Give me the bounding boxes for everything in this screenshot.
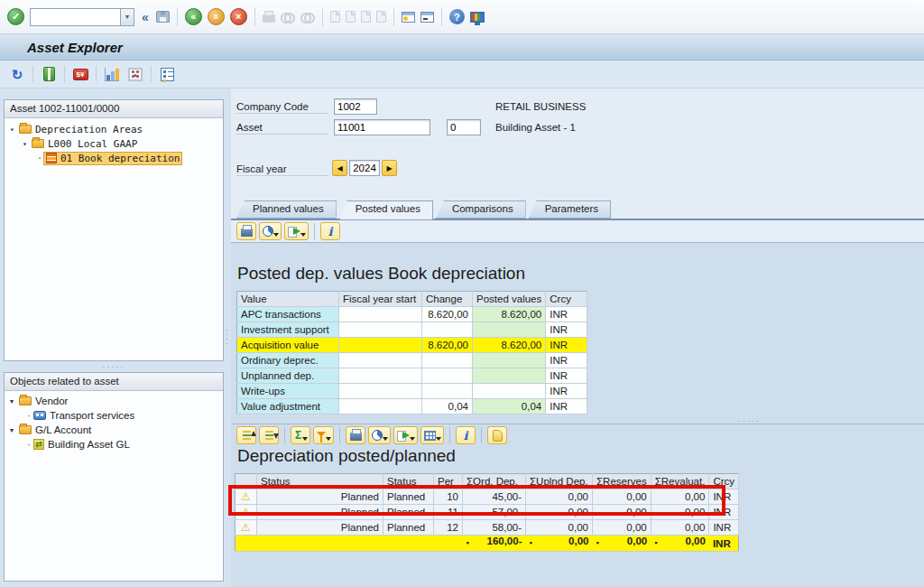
sap-asset-explorer-window: ✓ ▼ « « « × ? Asset Explorer ↻ [0,0,924,587]
business-graphics-button[interactable] [259,222,282,240]
tab-posted-values[interactable]: Posted values [339,200,433,220]
asset-tree-header: Asset 1002-11001/0000 [5,100,223,118]
find-icon[interactable] [281,13,295,21]
tree-item-label: 01 Book depreciation [60,153,180,164]
total-button[interactable] [291,426,310,444]
command-field-wrap: ▼ [30,8,134,26]
filter-button[interactable] [313,426,334,444]
toolbar-separator [393,8,394,26]
asset-values-button[interactable] [39,64,59,84]
print-icon[interactable] [263,14,275,23]
table-row[interactable]: Ordinary deprec. INR [237,353,587,368]
tree-item-book-depreciation[interactable]: · 01 Book depreciation [5,151,223,165]
col-posted-values[interactable]: Posted values [473,292,546,307]
tree-item-depreciation-areas[interactable]: ▾ Depreciation Areas [5,122,223,136]
asset-subnumber-input[interactable] [447,119,481,135]
page-up-icon[interactable] [346,11,356,23]
tree-item-label: Vendor [35,396,68,406]
asset-values-icon [43,67,55,81]
export-button[interactable] [393,426,418,444]
tab-parameters[interactable]: Parameters [529,200,611,219]
asset-number-input[interactable] [334,119,430,135]
tree-item-local-gaap[interactable]: ▾ L000 Local GAAP [5,136,223,151]
fiscal-year-input[interactable] [349,160,380,176]
tree-item-vendor[interactable]: ▾ Vendor [5,394,223,408]
table-row-highlighted[interactable]: Acquisition value 8.620,00 8.620,00 INR [237,338,587,353]
back-button[interactable]: « [185,8,202,25]
simulation-button[interactable] [102,64,122,84]
table-row[interactable]: Value adjustment 0,04 0,04 INR [237,399,587,415]
print-button[interactable] [236,222,256,240]
enter-button[interactable]: ✓ [7,8,24,25]
next-year-button[interactable]: ▶ [382,160,397,176]
exit-button[interactable]: « [208,8,225,25]
horizontal-splitter[interactable]: ····· [4,361,224,372]
tree-item-label: Depreciation Areas [35,124,143,135]
info-icon [464,429,468,443]
previous-year-button[interactable]: ◀ [332,160,347,176]
refresh-button[interactable]: ↻ [7,64,27,84]
find-next-icon[interactable] [300,13,315,21]
command-dropdown-icon[interactable]: ▼ [120,8,134,26]
print-button[interactable] [346,426,365,444]
expander-icon[interactable]: ▾ [10,426,19,434]
col-value[interactable]: Value [237,292,339,307]
folder-icon [32,139,44,148]
tab-comparisons[interactable]: Comparisons [436,200,526,219]
title-bar: Asset Explorer [0,35,924,61]
tree-item-label: Transport services [50,410,134,421]
sort-descending-button[interactable] [259,426,279,444]
business-graphics-button[interactable] [368,426,391,444]
cancel-button[interactable]: × [230,8,247,25]
log-scroll-icon [493,430,503,442]
folder-icon [19,425,32,434]
sort-ascending-button[interactable] [236,426,256,444]
application-toolbar: ↻ $¥ [0,61,924,89]
collapse-toolbar-icon[interactable]: « [140,10,151,24]
tree-item-transport-services[interactable]: · Transport services [5,408,223,423]
expander-icon[interactable]: ▾ [10,126,19,134]
table-row[interactable]: Unplanned dep. INR [237,368,587,384]
toolbar-separator [481,427,482,443]
posted-values-toolbar [236,222,340,240]
command-input[interactable] [30,8,120,26]
create-shortcut-icon[interactable] [420,12,434,23]
parameters-button[interactable] [125,64,145,84]
toolbar-separator [254,8,255,26]
display-master-data-button[interactable] [157,64,177,84]
currency-button[interactable]: $¥ [70,64,90,84]
table-row-period-12[interactable]: ⚠ Planned Planned 12 58,00- 0,00 0,00 0,… [236,520,739,536]
tree-item-gl-account[interactable]: ▾ G/L Account [5,423,223,437]
info-button[interactable] [456,426,476,444]
page-down-icon[interactable] [361,11,371,23]
last-page-icon[interactable] [376,11,386,23]
help-icon[interactable]: ? [449,9,465,24]
table-row[interactable]: APC transactions 8.620,00 8.620,00 INR [237,307,587,322]
table-header-row: Value Fiscal year start Change Posted va… [237,292,587,307]
chart-icon [105,68,119,81]
company-code-input[interactable] [334,98,377,115]
table-row[interactable]: Write-ups INR [237,384,587,399]
toolbar-separator [177,8,178,26]
tab-planned-values[interactable]: Planned values [236,200,337,219]
expander-icon[interactable]: ▾ [23,140,32,148]
new-session-icon[interactable] [402,12,415,23]
tree-item-building-asset-gl[interactable]: · ⇄ Building Asset GL [5,437,223,452]
depreciation-toolbar [236,426,507,444]
posted-values-title: Posted dep. values Book depreciation [237,264,525,284]
customize-layout-icon[interactable] [470,12,485,23]
log-button[interactable] [487,426,507,444]
col-change[interactable]: Change [422,292,473,307]
table-row[interactable]: Investment support INR [237,322,587,338]
first-page-icon[interactable] [330,11,340,23]
col-crcy[interactable]: Crcy [546,292,587,307]
save-icon[interactable] [156,11,170,23]
folder-icon [19,396,32,405]
fiscal-year-label: Fiscal year [236,163,328,176]
export-button[interactable] [284,222,309,240]
col-fiscal-year-start[interactable]: Fiscal year start [339,292,422,307]
sum-icon [295,429,301,442]
layout-button[interactable] [420,426,444,444]
info-button[interactable] [320,222,340,240]
expander-icon[interactable]: ▾ [10,397,19,405]
